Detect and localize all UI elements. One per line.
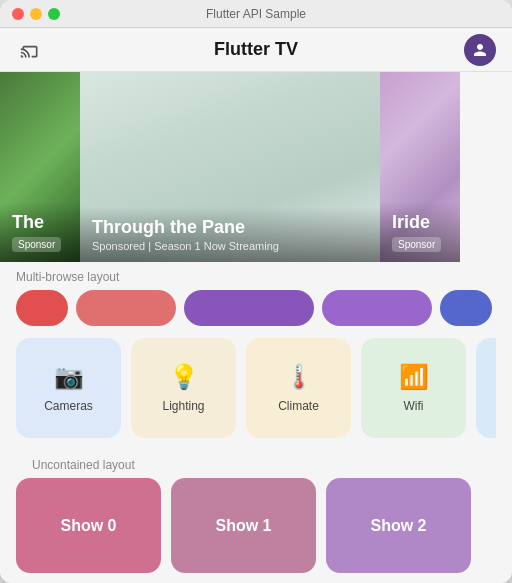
lighting-label: Lighting — [162, 399, 204, 413]
wifi-label: Wifi — [404, 399, 424, 413]
smart-card-wifi[interactable]: 📶 Wifi — [361, 338, 466, 438]
hero-card-center[interactable]: Through the Pane Sponsored | Season 1 No… — [80, 72, 380, 262]
show-2-label: Show 2 — [370, 517, 426, 535]
browse-chip-2[interactable] — [184, 290, 314, 326]
maximize-button[interactable] — [48, 8, 60, 20]
nav-bar: Flutter TV — [0, 28, 512, 72]
content-area: The Sponsor Through the Pane Sponsored |… — [0, 72, 512, 583]
hero-overlay-center: Through the Pane Sponsored | Season 1 No… — [80, 207, 380, 262]
hero-title-center: Through the Pane — [92, 217, 368, 238]
browse-chip-0[interactable] — [16, 290, 68, 326]
multi-browse-section: Multi-browse layout — [0, 262, 512, 326]
browse-chip-4[interactable] — [440, 290, 492, 326]
show-card-1[interactable]: Show 1 — [171, 478, 316, 573]
hero-title-left: The — [12, 212, 68, 233]
show-0-label: Show 0 — [60, 517, 116, 535]
multi-browse-label: Multi-browse layout — [0, 262, 512, 290]
show-1-label: Show 1 — [215, 517, 271, 535]
wifi-icon: 📶 — [399, 363, 429, 391]
nav-title: Flutter TV — [214, 39, 298, 60]
climate-label: Climate — [278, 399, 319, 413]
app-window: Flutter API Sample Flutter TV The Sponso… — [0, 0, 512, 583]
show-card-0[interactable]: Show 0 — [16, 478, 161, 573]
minimize-button[interactable] — [30, 8, 42, 20]
hero-card-right[interactable]: Iride Sponsor — [380, 72, 460, 262]
uncontained-grid: Show 0 Show 1 Show 2 — [16, 478, 496, 573]
title-bar: Flutter API Sample — [0, 0, 512, 28]
uncontained-label: Uncontained layout — [16, 450, 496, 478]
cameras-label: Cameras — [44, 399, 93, 413]
cameras-icon: 📷 — [54, 363, 84, 391]
climate-icon: 🌡️ — [284, 363, 314, 391]
profile-icon[interactable] — [464, 34, 496, 66]
hero-badge-left: Sponsor — [12, 237, 61, 252]
hero-title-right: Iride — [392, 212, 448, 233]
browse-chip-3[interactable] — [322, 290, 432, 326]
smart-home-grid: 📷 Cameras 💡 Lighting 🌡️ Climate 📶 Wifi 🎵 — [16, 338, 496, 438]
traffic-lights — [12, 8, 60, 20]
smart-card-cameras[interactable]: 📷 Cameras — [16, 338, 121, 438]
uncontained-section: Uncontained layout Show 0 Show 1 Show 2 — [0, 438, 512, 583]
hero-overlay-left: The Sponsor — [0, 202, 80, 262]
smart-card-climate[interactable]: 🌡️ Climate — [246, 338, 351, 438]
title-bar-title: Flutter API Sample — [206, 7, 306, 21]
hero-overlay-right: Iride Sponsor — [380, 202, 460, 262]
hero-card-left[interactable]: The Sponsor — [0, 72, 80, 262]
smart-card-lighting[interactable]: 💡 Lighting — [131, 338, 236, 438]
lighting-icon: 💡 — [169, 363, 199, 391]
show-card-2[interactable]: Show 2 — [326, 478, 471, 573]
hero-carousel: The Sponsor Through the Pane Sponsored |… — [0, 72, 512, 262]
hero-subtitle-center: Sponsored | Season 1 Now Streaming — [92, 240, 368, 252]
cast-icon[interactable] — [16, 36, 44, 64]
smart-card-media[interactable]: 🎵 Media — [476, 338, 496, 438]
smart-home-section: 📷 Cameras 💡 Lighting 🌡️ Climate 📶 Wifi 🎵 — [0, 326, 512, 438]
multi-browse-row — [0, 290, 512, 326]
hero-badge-right: Sponsor — [392, 237, 441, 252]
browse-chip-1[interactable] — [76, 290, 176, 326]
close-button[interactable] — [12, 8, 24, 20]
